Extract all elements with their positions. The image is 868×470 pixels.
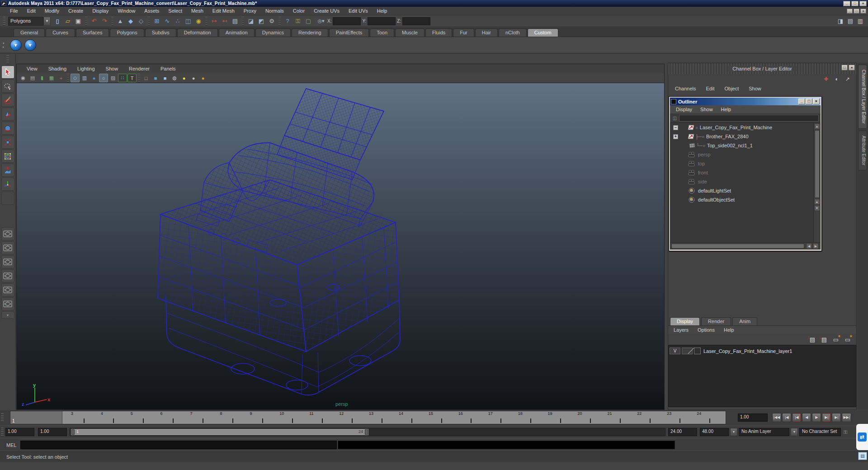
z-coordinate-field[interactable] xyxy=(402,17,430,25)
x-coordinate-field[interactable] xyxy=(333,17,361,25)
soft-modification-tool[interactable] xyxy=(1,164,14,177)
shelf-tab-muscle[interactable]: Muscle xyxy=(395,28,425,37)
close-panel-button[interactable]: × xyxy=(849,65,855,70)
shelf-tab-hair[interactable]: Hair xyxy=(475,28,498,37)
remote-access-side-tab[interactable]: ⇄ xyxy=(856,424,868,450)
shelf-tab-surfaces[interactable]: Surfaces xyxy=(76,28,109,37)
panel-menu-show[interactable]: Show xyxy=(100,66,124,72)
shaded-cube-icon[interactable]: ■ xyxy=(151,74,160,82)
flat-lighting-icon[interactable]: ● xyxy=(189,74,198,82)
command-language-label[interactable]: MEL xyxy=(6,442,17,448)
frame-20[interactable]: 20 xyxy=(577,411,607,424)
output-connections-icon[interactable]: ↤ xyxy=(220,16,230,26)
layout-menu-arrow[interactable]: ▾ xyxy=(1,311,14,319)
sidebar-toggle-channelbox-icon[interactable]: ◨ xyxy=(835,16,845,26)
menu-item-color[interactable]: Color xyxy=(288,7,309,14)
shelf-tab-ncloth[interactable]: nCloth xyxy=(499,28,527,37)
expand-icon[interactable]: + xyxy=(673,134,678,139)
rotate-tool[interactable] xyxy=(1,122,14,135)
scroll-up-icon[interactable]: ▲ xyxy=(814,199,820,205)
sidebar-toggle-tools-icon[interactable]: ▥ xyxy=(855,16,865,26)
frame-18[interactable]: 18 xyxy=(517,411,547,424)
playback-start-field[interactable]: 1.00 xyxy=(5,428,34,436)
close-button[interactable]: × xyxy=(860,9,866,14)
step-forward-key-button[interactable]: ▶| xyxy=(822,413,831,422)
menu-item-create-uvs[interactable]: Create UVs xyxy=(309,7,344,14)
chevron-down-icon[interactable]: ▼ xyxy=(730,428,737,436)
highlight-selection-icon[interactable]: ▢ xyxy=(303,16,313,26)
frame-7[interactable]: 7 xyxy=(189,411,219,424)
anim-start-field[interactable]: 1.00 xyxy=(38,428,67,436)
construction-history-icon[interactable]: ▤ xyxy=(230,16,240,26)
panel-menu-view[interactable]: View xyxy=(21,66,43,72)
move-layer-up-icon[interactable]: ▤↑ xyxy=(807,335,817,344)
create-layer-from-selected-icon[interactable]: ▭✶ xyxy=(843,335,853,344)
range-slider-track[interactable]: 1 24 xyxy=(70,428,665,436)
scrollbar-thumb[interactable] xyxy=(815,130,820,198)
persp-multi-pane-layout[interactable] xyxy=(1,297,14,310)
channel-box-menu-channels[interactable]: Channels xyxy=(670,85,701,92)
snap-curve-icon[interactable]: ∿ xyxy=(162,16,172,26)
paint-selection-tool[interactable] xyxy=(1,94,14,107)
maximize-button[interactable]: □ xyxy=(851,1,859,6)
sidebar-tab-attribute-editor[interactable]: Attribute Editor xyxy=(858,131,867,170)
layer-tab-render[interactable]: Render xyxy=(701,317,731,325)
input-connections-icon[interactable]: ↦ xyxy=(209,16,219,26)
hypershade-persp-layout[interactable] xyxy=(1,283,14,296)
minimize-button[interactable]: _ xyxy=(843,1,850,6)
outliner-vertical-scrollbar[interactable]: ▲ ▲ ▼ xyxy=(813,123,820,242)
pan-zoom-icon[interactable]: + xyxy=(57,74,66,82)
y-coordinate-field[interactable] xyxy=(368,17,396,25)
shelf-tab-dynamics[interactable]: Dynamics xyxy=(255,28,291,37)
remote-access-icon[interactable]: ⇄ xyxy=(858,432,867,442)
shelf-tab-rendering[interactable]: Rendering xyxy=(292,28,328,37)
scroll-down-icon[interactable]: ▼ xyxy=(814,205,820,211)
go-to-end-button[interactable]: ▶▶| xyxy=(842,413,851,422)
layer-editor-menu-options[interactable]: Options xyxy=(693,327,719,333)
menu-item-edit[interactable]: Edit xyxy=(23,7,40,14)
layer-visibility-toggle[interactable]: V xyxy=(670,348,680,354)
sidebar-tab-channel-box-layer-editor[interactable]: Channel Box / Layer Editor xyxy=(858,65,867,129)
single-perspective-layout[interactable] xyxy=(1,227,14,240)
outliner-item-top[interactable]: top xyxy=(670,159,820,168)
move-layer-down-icon[interactable]: ▤↓ xyxy=(819,335,829,344)
minimize-outliner-button[interactable]: _ xyxy=(798,99,805,104)
outliner-menu-help[interactable]: Help xyxy=(717,106,736,113)
drag-handle[interactable] xyxy=(3,17,5,26)
frame-23[interactable]: 23 xyxy=(666,411,696,424)
create-empty-layer-icon[interactable]: ▭✶ xyxy=(831,335,841,344)
go-to-start-button[interactable]: |◀◀ xyxy=(772,413,781,422)
drag-handle[interactable] xyxy=(1,413,4,422)
menu-item-mesh[interactable]: Mesh xyxy=(187,7,208,14)
frame-17[interactable]: 17 xyxy=(487,411,517,424)
shelf-tab-fluids[interactable]: Fluids xyxy=(425,28,452,37)
scrollbar-thumb[interactable] xyxy=(671,244,804,249)
universal-manipulator-tool[interactable] xyxy=(1,150,14,163)
move-tool[interactable] xyxy=(1,108,14,121)
manipulator-axis-icon[interactable]: ✚ xyxy=(822,75,830,83)
menu-item-file[interactable]: File xyxy=(5,7,23,14)
frame-21[interactable]: 21 xyxy=(606,411,636,424)
textured-icon[interactable]: T xyxy=(127,74,137,82)
slider-arrow-icon[interactable]: ↗ xyxy=(844,75,852,83)
redo-icon[interactable]: ↷ xyxy=(99,16,109,26)
outliner-item-top-side002-ncl1-1[interactable]: └─○ Top_side002_ncl1_1 xyxy=(670,141,820,150)
channel-box-header[interactable]: Channel Box / Layer Editor □ × xyxy=(668,63,856,74)
layer-editor-menu-layers[interactable]: Layers xyxy=(669,327,693,333)
menu-item-display[interactable]: Display xyxy=(88,7,113,14)
float-panel-button[interactable]: □ xyxy=(841,65,848,70)
close-button[interactable]: × xyxy=(859,1,867,6)
outliner-filter-icon[interactable]: ◫ xyxy=(672,115,678,121)
menu-item-help[interactable]: Help xyxy=(373,7,392,14)
help-icon[interactable]: ? xyxy=(283,16,292,26)
collapse-icon[interactable]: − xyxy=(673,125,678,130)
channel-box-menu-show[interactable]: Show xyxy=(744,85,766,92)
use-default-material-icon[interactable]: ◍ xyxy=(170,74,179,82)
script-editor-icon[interactable]: ▤ xyxy=(858,452,867,460)
outliner-item-defaultlightset[interactable]: defaultLightSet xyxy=(670,186,820,195)
open-scene-icon[interactable]: ▱ xyxy=(63,16,73,26)
bookmark-icon[interactable]: ▮ xyxy=(38,74,47,82)
outliner-title-bar[interactable]: Outliner _ □ × xyxy=(670,98,821,105)
shelf-tab-curves[interactable]: Curves xyxy=(46,28,75,37)
panel-menu-shading[interactable]: Shading xyxy=(43,66,72,72)
